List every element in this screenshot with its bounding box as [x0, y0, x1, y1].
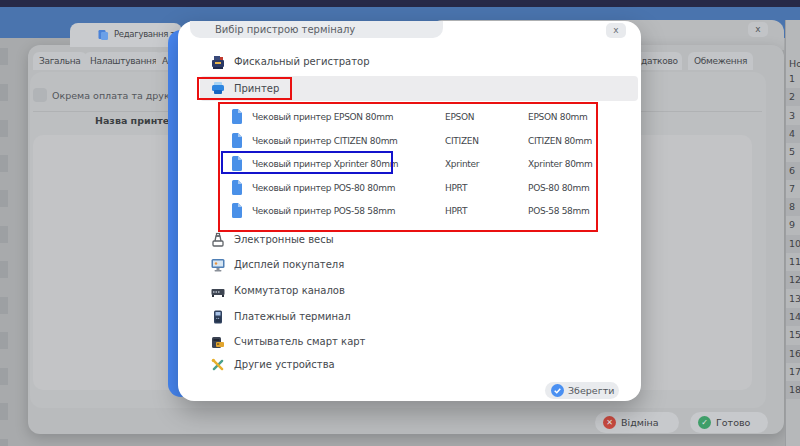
table-row[interactable]: 12 [786, 271, 800, 289]
table-row[interactable]: 16 [786, 345, 800, 363]
customer-display-icon [210, 257, 226, 273]
table-row[interactable]: 10 [786, 235, 800, 253]
background-list-row [0, 332, 8, 349]
table-row[interactable]: 7 [786, 180, 800, 198]
table-row[interactable]: 18 [786, 381, 800, 399]
terminal-edit-dialog-tab[interactable]: Редагування терміналу [70, 23, 182, 47]
tab-dodatkovo-label: датково [641, 56, 678, 66]
tools-icon [210, 357, 226, 373]
background-list-row [0, 120, 8, 137]
background-list-row [0, 403, 8, 420]
table-row[interactable]: 9 [786, 216, 800, 234]
row-number-table: Ном 1 2 3 4 5 6 7 8 9 10 11 12 13 14 15 … [785, 20, 800, 446]
tab-nalashtuvannya[interactable]: Налаштування [84, 52, 163, 70]
table-row[interactable]: 2 [786, 88, 800, 106]
done-check-icon: ✓ [698, 416, 711, 429]
scales-icon [210, 232, 226, 248]
save-button[interactable]: Зберегти [545, 382, 619, 399]
device-row-scales[interactable]: Электронные весы [200, 229, 638, 251]
background-list-row [0, 226, 8, 243]
pages-icon [97, 29, 109, 41]
channel-switch-icon [210, 283, 226, 299]
modal-close-button[interactable]: x [606, 23, 626, 38]
column-header-number: Ном [789, 58, 800, 69]
device-row-cardreader[interactable]: Считыватель смарт карт [200, 331, 638, 353]
separate-payment-checkbox[interactable] [33, 88, 47, 102]
annotation-box-xprinter [221, 151, 393, 174]
table-row[interactable]: 17 [786, 363, 800, 381]
payment-terminal-icon [210, 309, 226, 325]
table-row[interactable]: 5 [786, 143, 800, 161]
table-row[interactable]: 4 [786, 125, 800, 143]
table-row[interactable]: 3 [786, 107, 800, 125]
background-list-row [0, 439, 8, 446]
device-row-display[interactable]: Дисплей покупателя [200, 254, 638, 276]
table-row[interactable]: 8 [786, 198, 800, 216]
device-row-terminal[interactable]: Платежный терминал [200, 306, 638, 328]
table-row[interactable]: 11 [786, 253, 800, 271]
top-navy-bar [0, 0, 800, 7]
tab-obmezhennya[interactable]: Обмеження [688, 52, 753, 70]
background-list-row [0, 48, 8, 65]
background-list-row [0, 84, 8, 101]
done-button[interactable]: ✓ Готово [690, 412, 768, 433]
table-row[interactable]: 1 [786, 70, 800, 88]
tab-zagalna[interactable]: Загальна [33, 52, 87, 70]
background-list-row [0, 297, 8, 314]
fiscal-register-icon [210, 54, 226, 70]
cancel-button[interactable]: ✕ Відміна [595, 412, 679, 433]
dialog-close-button[interactable]: x [748, 22, 768, 37]
background-list-row [0, 261, 8, 278]
checkbox-label: Окрема оплата та друк фіска [52, 90, 168, 102]
background-list-row [0, 155, 8, 172]
device-row-fiscal[interactable]: Фискальный регистратор [200, 51, 638, 73]
cancel-x-icon: ✕ [603, 416, 616, 429]
table-row[interactable]: 14 [786, 308, 800, 326]
annotation-box-printer [197, 77, 292, 100]
background-list-row [0, 190, 8, 207]
save-check-icon [551, 384, 564, 397]
device-row-switch[interactable]: Коммутатор каналов [200, 280, 638, 302]
table-row[interactable]: 6 [786, 162, 800, 180]
table-row[interactable]: 15 [786, 326, 800, 344]
smart-card-reader-icon [210, 334, 226, 350]
background-list-row [0, 368, 8, 385]
modal-title: Вибір пристрою терміналу [190, 21, 443, 38]
device-row-other[interactable]: Другие устройства [200, 354, 638, 376]
table-row[interactable]: 13 [786, 290, 800, 308]
